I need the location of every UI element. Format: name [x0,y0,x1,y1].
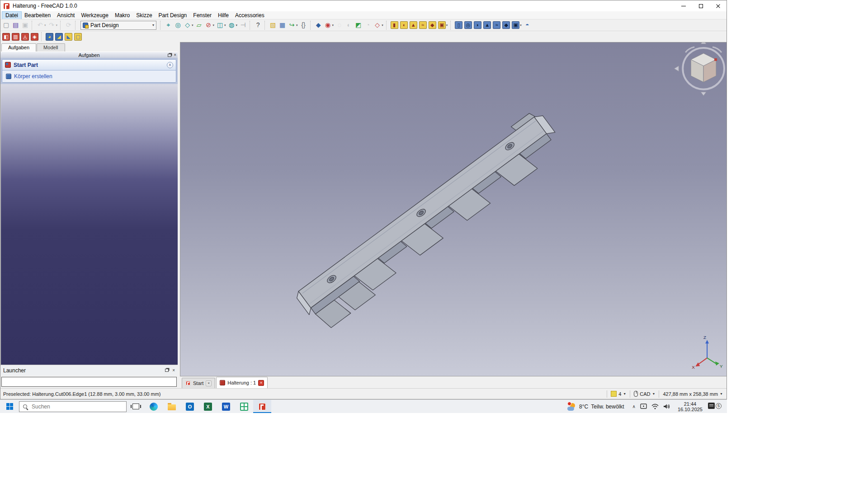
additive-pipe-icon[interactable]: ≈ [419,20,427,31]
clone-icon[interactable]: ◔ [363,20,372,31]
tab-modell[interactable]: Modell [37,43,65,52]
taskbar-clock[interactable]: 21:44 16.10.2025 [674,401,706,412]
refresh-icon[interactable]: ⟳ [64,20,73,31]
sync-view-icon[interactable]: ▱ [195,20,203,31]
tab-close-icon[interactable]: × [206,380,212,386]
pad-icon[interactable]: ▮ [390,20,399,31]
launcher-float-icon[interactable] [165,369,169,372]
thickness-icon[interactable]: ▢ [74,31,82,42]
undo-icon[interactable]: ↶▾ [36,20,47,31]
launcher-close-icon[interactable]: × [172,368,175,373]
create-datum-icon[interactable]: ◇▾ [373,20,384,31]
open-file-icon[interactable]: ▤ [11,20,20,31]
tray-chevron-icon[interactable]: ∧ [632,404,636,409]
fit-all-icon[interactable]: ⌖ [164,20,173,31]
draw-style-icon[interactable]: ⊘▾ [204,20,215,31]
subtractive-pipe-icon[interactable]: ≈ [492,20,501,31]
tab-close-icon[interactable]: × [258,380,264,386]
close-button[interactable] [709,0,726,11]
maximize-button[interactable] [692,0,709,11]
revolution-icon[interactable]: ◖ [400,20,408,31]
panel-close-icon[interactable]: × [174,53,176,57]
network-icon[interactable] [651,404,659,409]
start-button[interactable] [0,400,19,413]
multitransform-icon[interactable]: ◈ [30,31,39,42]
create-part-icon[interactable]: ▧ [269,20,277,31]
taskbar-app-freecad[interactable] [253,400,271,413]
axonometric-view-icon[interactable]: ◇▾ [183,20,194,31]
workbench-selector[interactable]: Part Design▾ [80,21,156,30]
shape-binder-icon[interactable]: ◩ [354,20,363,31]
map-sketch-icon[interactable]: ◐ [344,20,353,31]
action-center-button[interactable]: 5 [706,403,727,411]
fillet-icon[interactable]: ◕ [45,31,54,42]
navigation-style-selector[interactable]: CAD ▼ [630,390,659,398]
menu-makro[interactable]: Makro [112,12,133,19]
menu-skizze[interactable]: Skizze [133,12,155,19]
chamfer-icon[interactable]: ◢ [55,31,63,42]
menu-fenster[interactable]: Fenster [190,12,215,19]
whats-this-icon[interactable]: ? [254,20,262,31]
3d-scene[interactable]: Z X Y [180,42,726,376]
menu-hilfe[interactable]: Hilfe [215,12,232,19]
tab-aufgaben[interactable]: Aufgaben [1,43,36,52]
measure-icon[interactable]: ⊣ [239,20,247,31]
subtractive-loft-icon[interactable]: ▲ [483,20,491,31]
menu-part-design[interactable]: Part Design [156,12,190,19]
weather-widget[interactable]: 8°C Teilw. bewölkt [563,400,629,413]
pocket-icon[interactable]: ▯ [454,20,463,31]
groove-icon[interactable]: ◗ [473,20,482,31]
draft-icon[interactable]: ◣ [64,31,73,42]
expression-icon[interactable]: {} [299,20,308,31]
section-view-icon[interactable]: ◫▾ [216,20,226,31]
subtractive-primitive-icon[interactable]: ▣▾ [511,20,522,31]
taskbar-search[interactable] [19,401,127,412]
edit-sketch-icon[interactable]: ◌ [335,20,344,31]
create-group-icon[interactable]: ▦ [278,20,287,31]
document-tab-halterung-1[interactable]: Halterung : 1× [216,377,268,388]
menu-accessories[interactable]: Accessories [232,12,268,19]
save-file-icon[interactable]: ▣ [21,20,29,31]
menu-ansicht[interactable]: Ansicht [54,12,78,19]
menu-bearbeiten[interactable]: Bearbeiten [21,12,54,19]
new-file-icon[interactable]: ▢ [2,20,10,31]
taskbar-app-file-explorer[interactable] [163,400,181,413]
menu-werkzeuge[interactable]: Werkzeuge [78,12,111,19]
taskbar-app-task-view[interactable] [127,400,145,413]
taskbar-app-edge[interactable] [145,400,163,413]
additive-primitive-icon[interactable]: ▣▾ [438,20,448,31]
zoom-selection-icon[interactable]: ◎ [174,20,182,31]
linear-pattern-icon[interactable]: ▥ [11,31,20,42]
panel-float-icon[interactable] [168,54,171,57]
orbit-style-icon[interactable]: ◍▾ [227,20,238,31]
hole-icon[interactable]: ◎ [464,20,472,31]
taskbar-app-excel[interactable]: X [199,400,217,413]
layer-selector[interactable]: 4 ▼ [607,390,630,398]
additive-loft-icon[interactable]: ▲ [409,20,418,31]
document-tab-start[interactable]: Start× [182,378,215,388]
3d-viewport[interactable]: Z X Y [180,42,726,376]
boolean-operation-icon[interactable]: ◓ [523,20,532,31]
taskbar-app-green-office-app[interactable] [235,400,253,413]
task-item-create-body[interactable]: Körper erstellen [2,70,176,82]
collapse-chevron-icon[interactable]: ∧ [167,62,173,68]
launcher-input[interactable] [1,377,177,387]
menu-datei[interactable]: Datei [2,12,21,19]
minimize-button[interactable] [675,0,692,11]
device-icon[interactable] [640,404,647,409]
mirrored-icon[interactable]: ◧ [2,31,10,42]
polar-pattern-icon[interactable]: ◬ [21,31,29,42]
create-body-icon[interactable]: ◆ [314,20,323,31]
3d-part[interactable] [291,108,569,333]
create-sketch-icon[interactable]: ◉▾ [324,20,335,31]
task-group-header[interactable]: Start Part ∧ [2,60,176,70]
search-input[interactable] [31,403,108,410]
additive-helix-icon[interactable]: ◆ [428,20,437,31]
volume-icon[interactable] [663,404,670,409]
subtractive-helix-icon[interactable]: ◆ [502,20,510,31]
make-link-icon[interactable]: ↪▾ [288,20,298,31]
navigation-cube[interactable] [674,42,726,96]
redo-icon[interactable]: ↷▾ [47,20,58,31]
view-dimensions-indicator[interactable]: 427,88 mm x 258,38 mm ▼ [659,390,726,398]
task-item-label[interactable]: Körper erstellen [14,73,52,80]
